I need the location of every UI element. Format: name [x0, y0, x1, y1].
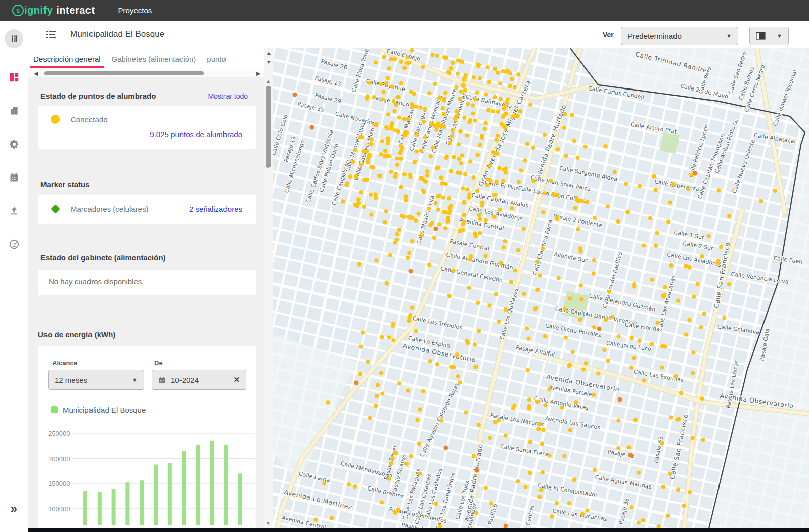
light-point-marker[interactable] — [411, 105, 415, 109]
light-point-marker[interactable] — [431, 146, 435, 150]
light-point-marker[interactable] — [434, 201, 438, 205]
light-point-marker[interactable] — [533, 307, 537, 311]
light-point-marker[interactable] — [414, 329, 418, 333]
light-point-marker[interactable] — [399, 144, 403, 148]
light-point-marker[interactable] — [707, 234, 711, 238]
light-point-marker[interactable] — [359, 163, 363, 167]
light-point-marker[interactable] — [563, 307, 567, 311]
light-point-marker[interactable] — [691, 371, 695, 375]
light-point-marker[interactable] — [663, 285, 667, 289]
light-point-marker[interactable] — [684, 333, 688, 337]
light-point-marker[interactable] — [497, 320, 501, 324]
light-point-marker[interactable] — [405, 55, 409, 59]
light-point-marker[interactable] — [381, 90, 385, 94]
light-point-marker[interactable] — [493, 152, 498, 156]
light-point-marker[interactable] — [662, 294, 666, 298]
light-point-marker[interactable] — [392, 100, 396, 104]
light-point-marker[interactable] — [415, 418, 419, 422]
light-point-marker[interactable] — [394, 103, 398, 107]
light-point-marker[interactable] — [452, 155, 456, 159]
light-point-marker[interactable] — [441, 106, 445, 110]
light-point-marker[interactable] — [483, 127, 487, 131]
light-point-marker[interactable] — [456, 72, 460, 76]
light-point-marker[interactable] — [477, 423, 481, 427]
light-point-marker[interactable] — [451, 61, 455, 65]
light-point-marker[interactable] — [435, 128, 439, 132]
light-point-marker[interactable] — [480, 134, 484, 138]
light-point-marker[interactable] — [583, 145, 588, 149]
light-point-marker[interactable] — [560, 405, 564, 409]
light-point-marker[interactable] — [429, 122, 433, 126]
light-point-marker[interactable] — [475, 189, 479, 193]
light-point-marker[interactable] — [410, 306, 414, 310]
light-point-marker[interactable] — [385, 126, 389, 130]
light-point-marker[interactable] — [358, 372, 362, 376]
light-point-marker[interactable] — [519, 168, 523, 172]
light-point-marker[interactable] — [483, 254, 487, 258]
light-point-marker[interactable] — [570, 113, 574, 117]
light-point-marker[interactable] — [443, 226, 447, 230]
light-point-marker[interactable] — [654, 188, 658, 192]
light-point-marker[interactable] — [392, 109, 396, 113]
light-point-marker[interactable] — [472, 454, 476, 458]
light-point-marker[interactable] — [347, 482, 351, 486]
light-point-marker[interactable] — [377, 174, 381, 178]
light-point-marker[interactable] — [528, 103, 532, 107]
alert-point-marker[interactable] — [434, 227, 438, 231]
light-point-marker[interactable] — [374, 404, 378, 408]
light-point-marker[interactable] — [441, 196, 445, 200]
light-point-marker[interactable] — [385, 154, 389, 158]
light-point-marker[interactable] — [406, 117, 410, 121]
light-point-marker[interactable] — [478, 217, 482, 221]
light-point-marker[interactable] — [473, 234, 477, 238]
light-point-marker[interactable] — [368, 81, 372, 85]
light-point-marker[interactable] — [452, 365, 456, 369]
light-point-marker[interactable] — [467, 286, 471, 290]
light-point-marker[interactable] — [506, 98, 510, 102]
light-point-marker[interactable] — [386, 112, 390, 116]
alert-point-marker[interactable] — [597, 327, 602, 331]
light-point-marker[interactable] — [387, 477, 391, 481]
light-point-marker[interactable] — [486, 108, 490, 112]
panel-layout-button[interactable]: ▼ — [749, 27, 789, 45]
light-point-marker[interactable] — [436, 208, 440, 212]
light-point-marker[interactable] — [596, 371, 600, 375]
light-point-marker[interactable] — [418, 408, 422, 412]
light-point-marker[interactable] — [625, 210, 630, 214]
light-point-marker[interactable] — [365, 94, 369, 98]
light-point-marker[interactable] — [491, 109, 495, 113]
light-point-marker[interactable] — [362, 149, 366, 153]
light-point-marker[interactable] — [562, 125, 566, 129]
scroll-right-icon[interactable]: ▶ — [256, 70, 260, 77]
light-point-marker[interactable] — [353, 148, 357, 152]
light-point-marker[interactable] — [555, 217, 559, 221]
light-point-marker[interactable] — [391, 338, 395, 342]
light-point-marker[interactable] — [382, 55, 386, 59]
light-point-marker[interactable] — [380, 501, 384, 505]
light-point-marker[interactable] — [543, 334, 547, 338]
light-point-marker[interactable] — [580, 512, 585, 516]
tabs-horizontal-scrollbar[interactable]: ◀ ▶ — [28, 69, 264, 77]
light-point-marker[interactable] — [508, 84, 512, 88]
project-avatar[interactable] — [5, 29, 23, 48]
range-select[interactable]: 12 meses ▼ — [48, 370, 144, 390]
light-point-marker[interactable] — [527, 397, 531, 402]
light-point-marker[interactable] — [402, 215, 406, 219]
light-point-marker[interactable] — [409, 313, 413, 317]
light-point-marker[interactable] — [575, 156, 579, 160]
light-point-marker[interactable] — [648, 216, 652, 220]
light-point-marker[interactable] — [574, 196, 578, 200]
light-point-marker[interactable] — [607, 290, 611, 294]
light-point-marker[interactable] — [391, 456, 395, 460]
light-point-marker[interactable] — [719, 245, 723, 249]
light-point-marker[interactable] — [447, 294, 452, 298]
light-point-marker[interactable] — [568, 297, 572, 301]
light-point-marker[interactable] — [633, 418, 637, 422]
light-point-marker[interactable] — [632, 282, 636, 286]
light-point-marker[interactable] — [394, 451, 398, 455]
light-point-marker[interactable] — [473, 365, 477, 369]
light-point-marker[interactable] — [593, 468, 597, 472]
light-point-marker[interactable] — [362, 205, 366, 209]
scroll-down-icon[interactable]: ▼ — [266, 520, 271, 526]
light-point-marker[interactable] — [435, 362, 439, 366]
